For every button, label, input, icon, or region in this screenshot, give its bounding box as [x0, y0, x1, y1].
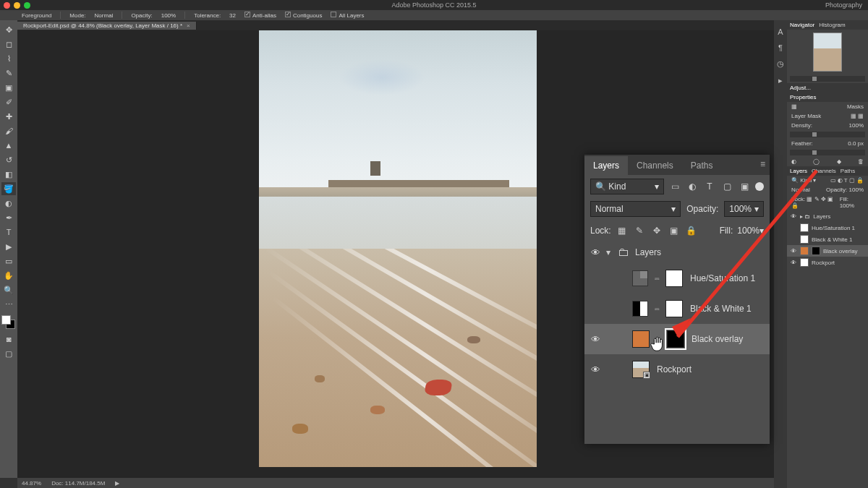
brush-tool[interactable]: 🖌 [1, 124, 16, 137]
mini-blend-dropdown[interactable]: Normal [791, 187, 810, 193]
zoom-level[interactable]: 44.87% [22, 480, 41, 487]
document-canvas[interactable] [259, 30, 537, 467]
mask-options-icon[interactable]: ▦ ▦ [851, 113, 864, 119]
mask-delete-icon[interactable]: 🗑 [858, 158, 864, 165]
link-icon[interactable]: ⎓ [652, 304, 661, 313]
layer-mask-thumbnail[interactable] [665, 270, 683, 287]
pen-tool[interactable]: ✒ [1, 211, 16, 224]
workspace-label[interactable]: Photography [825, 0, 862, 10]
eraser-tool[interactable]: ◧ [1, 168, 16, 181]
tab-properties[interactable]: Properties [790, 94, 816, 100]
lock-all-icon[interactable]: 🔒 [685, 224, 698, 237]
dodge-tool[interactable]: ◐ [1, 197, 16, 210]
contiguous-checkbox[interactable] [285, 12, 291, 17]
document-tab[interactable]: Rockport-Edit.psd @ 44.8% (Black overlay… [17, 22, 197, 30]
lasso-tool[interactable]: ⌇ [1, 52, 16, 65]
eyedropper-tool[interactable]: ✐ [1, 95, 16, 108]
link-icon[interactable]: ⎓ [654, 335, 663, 343]
quick-select-tool[interactable]: ✎ [1, 67, 16, 80]
layer-mask-thumbnail[interactable] [665, 300, 683, 317]
tab-navigator[interactable]: Navigator [790, 22, 814, 28]
character-panel-icon[interactable]: A [778, 27, 783, 36]
screen-mode[interactable]: ▢ [1, 347, 16, 360]
lock-pixels-icon[interactable]: ✎ [633, 224, 646, 237]
close-tab-icon[interactable]: × [187, 22, 190, 29]
actions-panel-icon[interactable]: ▸ [778, 76, 783, 85]
tab-adjustments[interactable]: Adjust... [790, 85, 811, 91]
mini-filter-icons[interactable]: ▭ ◐ T ▢ 🔒 [830, 177, 864, 184]
tab-channels[interactable]: Channels [628, 156, 682, 175]
layer-thumbnail[interactable]: ▣ [632, 361, 650, 378]
marquee-tool[interactable]: ◻ [1, 38, 16, 51]
quick-mask-toggle[interactable]: ◙ [1, 333, 16, 346]
mask-invert-icon[interactable]: ◐ [791, 158, 796, 165]
crop-tool[interactable]: ▣ [1, 81, 16, 94]
filter-smart-icon[interactable]: ▣ [738, 180, 751, 193]
layer-row[interactable]: 👁 ▣ Rockport [584, 354, 770, 385]
tolerance-value[interactable]: 32 [229, 12, 236, 19]
panel-menu-icon[interactable]: ≡ [760, 159, 765, 169]
stamp-tool[interactable]: ▲ [1, 139, 16, 152]
filter-adjust-icon[interactable]: ◐ [686, 180, 699, 193]
layer-thumbnail[interactable] [632, 330, 650, 348]
color-swatches[interactable] [1, 315, 16, 331]
layer-row-selected[interactable]: 👁 ⎓ Black overlay [584, 324, 770, 354]
mask-apply-icon[interactable]: ◆ [837, 158, 841, 165]
hand-tool[interactable]: ✋ [1, 269, 16, 282]
blend-mode-dropdown[interactable]: Normal▾ [590, 201, 681, 217]
zoom-tool[interactable]: 🔍 [1, 283, 16, 296]
tab-layers[interactable]: Layers [584, 156, 628, 175]
filter-type-icon[interactable]: T [703, 180, 716, 193]
feather-value[interactable]: 0.0 px [848, 140, 864, 147]
history-brush-tool[interactable]: ↺ [1, 153, 16, 166]
mini-layer-row[interactable]: Black & White 1 [787, 234, 868, 245]
visibility-toggle[interactable]: 👁 [589, 364, 602, 375]
path-select-tool[interactable]: ▶ [1, 240, 16, 253]
mini-opacity[interactable]: 100% [849, 187, 864, 193]
group-twisty-icon[interactable]: ▾ [606, 247, 613, 257]
navigator-zoom-slider[interactable] [790, 76, 865, 82]
doc-info-arrow[interactable]: ▶ [115, 480, 119, 487]
layer-mask-thumbnail-selected[interactable] [667, 330, 684, 348]
doc-info[interactable]: Doc: 114.7M/184.5M [51, 480, 105, 487]
fill-field[interactable]: 100%▾ [737, 226, 764, 236]
layer-mask-toggle[interactable]: Layer Mask [791, 113, 821, 119]
mini-filter-dropdown[interactable]: 🔍 Kind ▾ [791, 177, 816, 184]
zoom-icon[interactable] [24, 2, 30, 9]
mini-fill[interactable]: 100% [840, 202, 854, 209]
window-controls[interactable] [4, 2, 30, 9]
tab-mini-layers[interactable]: Layers [790, 168, 807, 174]
shape-tool[interactable]: ▭ [1, 254, 16, 267]
tab-mini-channels[interactable]: Channels [812, 168, 836, 174]
filter-toggle-icon[interactable] [755, 182, 764, 191]
mode-dropdown[interactable]: Normal [95, 12, 114, 19]
filter-shape-icon[interactable]: ▢ [720, 180, 733, 193]
tool-preset[interactable]: Foreground [22, 12, 51, 19]
healing-tool[interactable]: ✚ [1, 110, 16, 123]
opacity-field[interactable]: 100%▾ [724, 201, 764, 217]
feather-slider[interactable] [790, 150, 865, 155]
navigator-thumbnail[interactable] [813, 33, 842, 72]
layer-row[interactable]: ⎓ Hue/Saturation 1 [584, 263, 770, 294]
layer-row[interactable]: ⎓ Black & White 1 [584, 294, 770, 324]
tab-mini-paths[interactable]: Paths [841, 168, 855, 174]
lock-position-icon[interactable]: ✥ [650, 224, 663, 237]
filter-type-dropdown[interactable]: 🔍 Kind▾ [590, 179, 664, 194]
minimize-icon[interactable] [14, 2, 20, 9]
mask-load-icon[interactable]: ◯ [813, 158, 820, 165]
tab-paths[interactable]: Paths [682, 156, 722, 175]
density-slider[interactable] [790, 132, 865, 137]
opacity-value[interactable]: 100% [161, 12, 176, 19]
all-layers-checkbox[interactable] [331, 12, 336, 17]
paragraph-panel-icon[interactable]: ¶ [778, 43, 783, 52]
density-value[interactable]: 100% [849, 122, 864, 129]
bucket-tool[interactable]: 🪣 [1, 182, 16, 195]
visibility-toggle[interactable]: 👁 [589, 247, 602, 258]
mini-layer-row[interactable]: 👁Rockport [787, 257, 868, 268]
edit-toolbar[interactable]: ⋯ [1, 298, 16, 311]
history-panel-icon[interactable]: ◷ [777, 59, 784, 69]
lock-artboard-icon[interactable]: ▣ [668, 224, 681, 237]
filter-pixel-icon[interactable]: ▭ [668, 180, 681, 193]
link-icon[interactable]: ⎓ [652, 274, 661, 283]
lock-transparent-icon[interactable]: ▦ [616, 224, 629, 237]
